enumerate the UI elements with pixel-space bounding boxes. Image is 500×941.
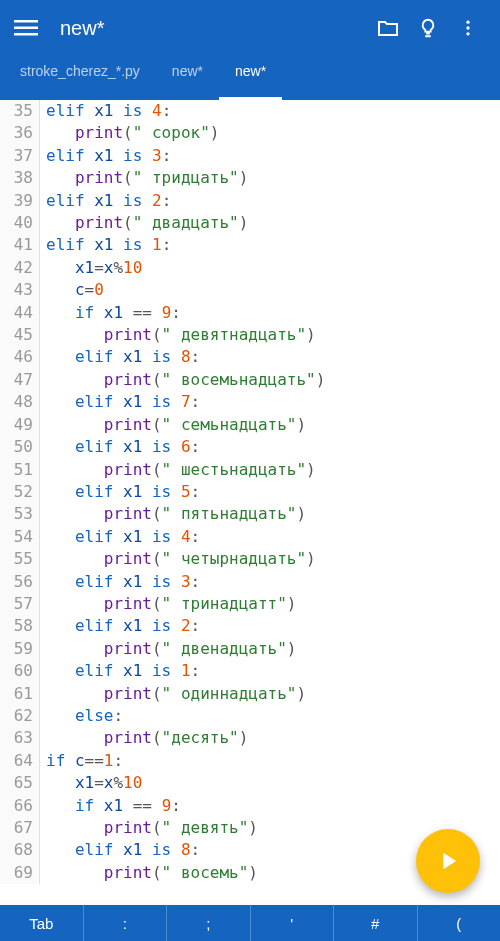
code-line[interactable]: 61 print(" одиннадцать") (0, 683, 500, 705)
code-line[interactable]: 47 print(" восемьнадцать") (0, 369, 500, 391)
app-header: new* (0, 0, 500, 56)
code-line[interactable]: 64if c==1: (0, 750, 500, 772)
code-line[interactable]: 36 print(" сорок") (0, 122, 500, 144)
code-content[interactable]: if x1 == 9: (40, 302, 181, 324)
code-line[interactable]: 52 elif x1 is 5: (0, 481, 500, 503)
svg-point-5 (466, 32, 469, 35)
line-number: 66 (0, 795, 40, 817)
code-content[interactable]: elif x1 is 4: (40, 100, 171, 122)
menu-icon[interactable] (12, 14, 40, 42)
code-content[interactable]: elif x1 is 2: (40, 190, 171, 212)
code-line[interactable]: 37elif x1 is 3: (0, 145, 500, 167)
svg-rect-2 (14, 33, 38, 36)
code-line[interactable]: 62 else: (0, 705, 500, 727)
code-line[interactable]: 57 print(" тринадцатт") (0, 593, 500, 615)
line-number: 46 (0, 346, 40, 368)
code-line[interactable]: 58 elif x1 is 2: (0, 615, 500, 637)
line-number: 52 (0, 481, 40, 503)
more-icon[interactable] (448, 8, 488, 48)
code-line[interactable]: 51 print(" шестьнадцать") (0, 459, 500, 481)
symbol-key-0[interactable]: Tab (0, 905, 84, 941)
symbol-key-2[interactable]: ; (167, 905, 251, 941)
code-line[interactable]: 49 print(" семьнадцать") (0, 414, 500, 436)
code-line[interactable]: 55 print(" четырнадцать") (0, 548, 500, 570)
code-content[interactable]: elif x1 is 5: (40, 481, 200, 503)
code-content[interactable]: print(" девять") (40, 817, 258, 839)
code-content[interactable]: print(" двадцать") (40, 212, 248, 234)
svg-point-4 (466, 26, 469, 29)
code-content[interactable]: print(" двенадцать") (40, 638, 296, 660)
code-line[interactable]: 39elif x1 is 2: (0, 190, 500, 212)
line-number: 69 (0, 862, 40, 884)
code-content[interactable]: elif x1 is 1: (40, 660, 200, 682)
code-content[interactable]: elif x1 is 7: (40, 391, 200, 413)
code-content[interactable]: print(" одиннадцать") (40, 683, 306, 705)
code-content[interactable]: x1=x%10 (40, 772, 142, 794)
code-line[interactable]: 35elif x1 is 4: (0, 100, 500, 122)
code-content[interactable]: print(" тридцать") (40, 167, 248, 189)
code-content[interactable]: elif x1 is 2: (40, 615, 200, 637)
code-line[interactable]: 54 elif x1 is 4: (0, 526, 500, 548)
code-content[interactable]: elif x1 is 8: (40, 839, 200, 861)
code-line[interactable]: 53 print(" пятьнадцать") (0, 503, 500, 525)
code-content[interactable]: elif x1 is 3: (40, 145, 171, 167)
code-content[interactable]: print(" девятнадцать") (40, 324, 316, 346)
code-line[interactable]: 41elif x1 is 1: (0, 234, 500, 256)
symbol-key-1[interactable]: : (84, 905, 168, 941)
code-line[interactable]: 48 elif x1 is 7: (0, 391, 500, 413)
line-number: 53 (0, 503, 40, 525)
code-content[interactable]: print(" шестьнадцать") (40, 459, 316, 481)
code-line[interactable]: 65 x1=x%10 (0, 772, 500, 794)
code-line[interactable]: 66 if x1 == 9: (0, 795, 500, 817)
code-content[interactable]: c=0 (40, 279, 104, 301)
symbol-key-3[interactable]: ' (251, 905, 335, 941)
code-content[interactable]: elif x1 is 4: (40, 526, 200, 548)
code-line[interactable]: 44 if x1 == 9: (0, 302, 500, 324)
line-number: 62 (0, 705, 40, 727)
folder-icon[interactable] (368, 8, 408, 48)
line-number: 42 (0, 257, 40, 279)
symbol-key-4[interactable]: # (334, 905, 418, 941)
code-line[interactable]: 50 elif x1 is 6: (0, 436, 500, 458)
code-content[interactable]: print(" четырнадцать") (40, 548, 316, 570)
code-content[interactable]: print(" восемь") (40, 862, 258, 884)
code-line[interactable]: 43 c=0 (0, 279, 500, 301)
code-content[interactable]: elif x1 is 8: (40, 346, 200, 368)
code-content[interactable]: elif x1 is 6: (40, 436, 200, 458)
line-number: 57 (0, 593, 40, 615)
code-content[interactable]: x1=x%10 (40, 257, 142, 279)
code-content[interactable]: print(" семьнадцать") (40, 414, 306, 436)
code-content[interactable]: print(" тринадцатт") (40, 593, 296, 615)
code-content[interactable]: elif x1 is 3: (40, 571, 200, 593)
code-content[interactable]: if x1 == 9: (40, 795, 181, 817)
code-line[interactable]: 42 x1=x%10 (0, 257, 500, 279)
line-number: 51 (0, 459, 40, 481)
code-editor[interactable]: 35elif x1 is 4:36 print(" сорок")37elif … (0, 100, 500, 905)
run-button[interactable] (416, 829, 480, 893)
code-content[interactable]: print(" восемьнадцать") (40, 369, 325, 391)
code-line[interactable]: 60 elif x1 is 1: (0, 660, 500, 682)
code-line[interactable]: 63 print("десять") (0, 727, 500, 749)
code-line[interactable]: 46 elif x1 is 8: (0, 346, 500, 368)
code-line[interactable]: 40 print(" двадцать") (0, 212, 500, 234)
code-content[interactable]: print(" сорок") (40, 122, 219, 144)
code-line[interactable]: 67 print(" девять") (0, 817, 500, 839)
code-line[interactable]: 59 print(" двенадцать") (0, 638, 500, 660)
symbol-key-5[interactable]: ( (418, 905, 501, 941)
line-number: 56 (0, 571, 40, 593)
code-content[interactable]: print("десять") (40, 727, 248, 749)
line-number: 48 (0, 391, 40, 413)
bulb-icon[interactable] (408, 8, 448, 48)
tab-2[interactable]: new* (219, 56, 282, 100)
code-content[interactable]: print(" пятьнадцать") (40, 503, 306, 525)
tab-1[interactable]: new* (156, 56, 219, 100)
code-line[interactable]: 56 elif x1 is 3: (0, 571, 500, 593)
line-number: 55 (0, 548, 40, 570)
svg-rect-0 (14, 20, 38, 23)
code-line[interactable]: 45 print(" девятнадцать") (0, 324, 500, 346)
code-content[interactable]: elif x1 is 1: (40, 234, 171, 256)
code-content[interactable]: else: (40, 705, 123, 727)
tab-0[interactable]: stroke_cherez_*.py (4, 56, 156, 100)
code-content[interactable]: if c==1: (40, 750, 123, 772)
code-line[interactable]: 38 print(" тридцать") (0, 167, 500, 189)
